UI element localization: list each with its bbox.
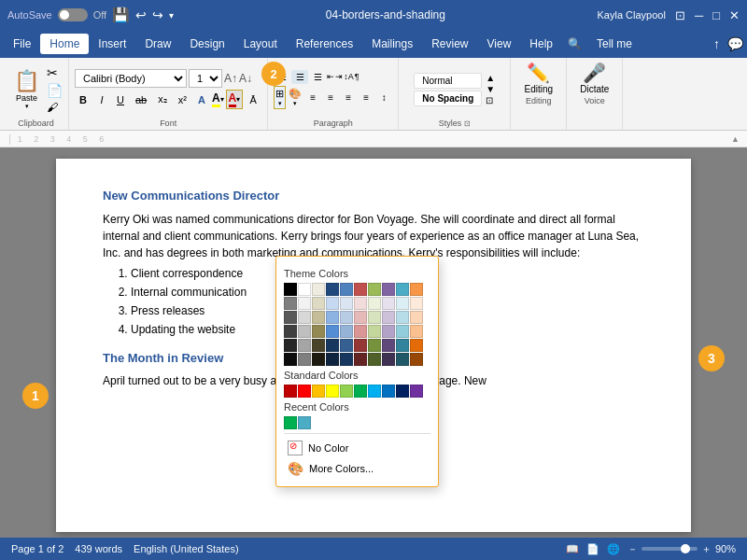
color-j3[interactable] xyxy=(312,339,325,352)
more-colors-option[interactable]: 🎨 More Colors... xyxy=(284,458,430,479)
color-i7[interactable] xyxy=(368,325,381,338)
save-icon[interactable]: 💾 xyxy=(112,7,130,23)
view-print-icon[interactable]: 📄 xyxy=(586,543,599,555)
color-red1[interactable] xyxy=(354,283,367,296)
menu-help[interactable]: Help xyxy=(520,34,562,54)
strikethrough-button[interactable]: ab xyxy=(131,92,151,107)
justify-button[interactable]: ≡ xyxy=(358,91,374,105)
color-h10[interactable] xyxy=(410,311,423,324)
subscript-button[interactable]: x₂ xyxy=(153,91,172,107)
font-size-dropdown[interactable]: 11 xyxy=(189,69,222,88)
color-j2[interactable] xyxy=(298,339,311,352)
menu-layout[interactable]: Layout xyxy=(234,34,287,54)
highlight-color-button[interactable]: A ▾ xyxy=(212,91,224,107)
std-color-10[interactable] xyxy=(410,385,423,398)
color-j4[interactable] xyxy=(326,339,339,352)
color-k6[interactable] xyxy=(354,353,367,366)
numbering-button[interactable]: ☰ xyxy=(291,70,308,84)
color-k3[interactable] xyxy=(312,353,325,366)
align-center-button[interactable]: ≡ xyxy=(322,91,339,105)
std-color-4[interactable] xyxy=(326,385,339,398)
decrease-font-icon[interactable]: A↓ xyxy=(239,72,252,85)
quick-access-dropdown[interactable]: ▾ xyxy=(169,10,174,21)
color-h6[interactable] xyxy=(354,311,367,324)
dictate-button[interactable]: 🎤 Dictate xyxy=(574,60,614,96)
color-g3[interactable] xyxy=(312,297,325,310)
color-k9[interactable] xyxy=(396,353,409,366)
line-spacing-button[interactable]: ↕ xyxy=(375,91,392,105)
color-i8[interactable] xyxy=(382,325,395,338)
align-left-button[interactable]: ≡ xyxy=(304,91,321,105)
std-color-8[interactable] xyxy=(382,385,395,398)
std-color-9[interactable] xyxy=(396,385,409,398)
color-j8[interactable] xyxy=(382,339,395,352)
menu-tell-me[interactable]: Tell me xyxy=(587,34,641,54)
share-icon[interactable]: ↑ xyxy=(713,36,720,51)
color-g6[interactable] xyxy=(354,297,367,310)
editing-button[interactable]: ✏️ Editing xyxy=(518,60,558,96)
color-k8[interactable] xyxy=(382,353,395,366)
borders-button[interactable]: ⊞ ▾ xyxy=(274,86,286,109)
font-name-dropdown[interactable]: Calibri (Body) xyxy=(75,69,187,88)
increase-font-icon[interactable]: A↑ xyxy=(224,72,237,85)
color-g10[interactable] xyxy=(410,297,423,310)
color-k10[interactable] xyxy=(410,353,423,366)
italic-button[interactable]: I xyxy=(93,92,110,107)
std-color-3[interactable] xyxy=(312,385,325,398)
view-read-icon[interactable]: 📖 xyxy=(566,543,579,555)
indent-decrease-button[interactable]: ⇤ xyxy=(327,72,334,81)
color-k2[interactable] xyxy=(298,353,311,366)
menu-view[interactable]: View xyxy=(478,34,521,54)
maximize-icon[interactable]: □ xyxy=(712,8,720,22)
std-color-7[interactable] xyxy=(368,385,381,398)
menu-home[interactable]: Home xyxy=(40,34,89,54)
align-right-button[interactable]: ≡ xyxy=(340,91,357,105)
color-j10[interactable] xyxy=(410,339,423,352)
color-j9[interactable] xyxy=(396,339,409,352)
zoom-in-icon[interactable]: ＋ xyxy=(701,542,712,556)
shading-button[interactable]: 🎨 ▾ xyxy=(287,86,303,109)
close-icon[interactable]: ✕ xyxy=(729,8,740,22)
bold-button[interactable]: B xyxy=(75,92,92,107)
no-color-option[interactable]: ⊘ No Color xyxy=(284,438,430,458)
menu-review[interactable]: Review xyxy=(422,34,477,54)
color-h2[interactable] xyxy=(298,311,311,324)
ruler-collapse-icon[interactable]: ▲ xyxy=(731,134,740,144)
color-j5[interactable] xyxy=(340,339,353,352)
color-g2[interactable] xyxy=(298,297,311,310)
color-i5[interactable] xyxy=(340,325,353,338)
show-formatting-button[interactable]: ¶ xyxy=(355,72,359,81)
color-k4[interactable] xyxy=(326,353,339,366)
color-black[interactable] xyxy=(284,283,297,296)
color-g4[interactable] xyxy=(326,297,339,310)
color-j1[interactable] xyxy=(284,339,297,352)
std-color-2[interactable] xyxy=(298,385,311,398)
paste-button[interactable]: 📋 Paste ▾ xyxy=(9,66,44,113)
minimize-icon[interactable]: ─ xyxy=(695,8,703,22)
superscript-button[interactable]: x² xyxy=(174,92,191,107)
color-teal1[interactable] xyxy=(396,283,409,296)
underline-button[interactable]: U xyxy=(112,92,129,107)
color-h3[interactable] xyxy=(312,311,325,324)
color-i2[interactable] xyxy=(298,325,311,338)
color-k1[interactable] xyxy=(284,353,297,366)
color-h4[interactable] xyxy=(326,311,339,324)
menu-mailings[interactable]: Mailings xyxy=(362,34,422,54)
color-h1[interactable] xyxy=(284,311,297,324)
color-i1[interactable] xyxy=(284,325,297,338)
color-g8[interactable] xyxy=(382,297,395,310)
recent-color-2[interactable] xyxy=(298,416,311,429)
view-web-icon[interactable]: 🌐 xyxy=(607,543,620,555)
color-i6[interactable] xyxy=(354,325,367,338)
color-i9[interactable] xyxy=(396,325,409,338)
font-color-button[interactable]: A ▾ xyxy=(226,90,244,109)
redo-icon[interactable]: ↪ xyxy=(152,7,163,22)
color-i4[interactable] xyxy=(326,325,339,338)
color-g7[interactable] xyxy=(368,297,381,310)
menu-insert[interactable]: Insert xyxy=(89,34,135,54)
clear-formatting-button[interactable]: Ā xyxy=(245,92,261,107)
styles-scroll-up[interactable]: ▲ xyxy=(486,73,495,83)
color-g5[interactable] xyxy=(340,297,353,310)
menu-design[interactable]: Design xyxy=(180,34,233,54)
multilevel-list-button[interactable]: ☰ xyxy=(309,70,326,84)
